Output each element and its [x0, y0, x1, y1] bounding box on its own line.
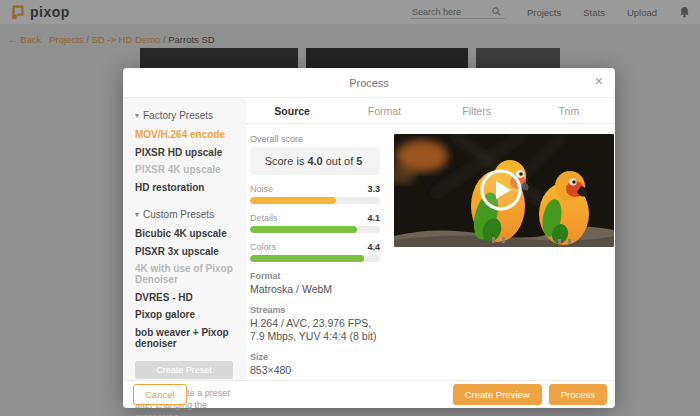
colors-progress-bar: [250, 255, 380, 262]
modal-title: Process: [349, 77, 389, 89]
modal-tabs: Source Format Filters Trim: [246, 98, 615, 124]
chevron-down-icon: ▾: [135, 210, 139, 219]
tab-trim[interactable]: Trim: [523, 98, 615, 123]
process-modal: Process × ▾ Factory Presets MOV/H.264 en…: [123, 68, 615, 408]
create-preview-button[interactable]: Create Preview: [453, 384, 542, 405]
streams-value: H.264 / AVC, 23.976 FPS, 7.9 Mbps, YUV 4…: [250, 317, 388, 344]
overall-score-value: Score is 4.0 out of 5: [250, 147, 380, 175]
cancel-button[interactable]: Cancel: [133, 384, 187, 405]
play-icon: [479, 168, 523, 212]
source-panel: Overall score Score is 4.0 out of 5 Nois…: [246, 124, 615, 380]
custom-presets-header[interactable]: ▾ Custom Presets: [135, 209, 246, 220]
presets-sidebar: ▾ Factory Presets MOV/H.264 encode PIXSR…: [123, 98, 246, 380]
tab-format[interactable]: Format: [338, 98, 430, 123]
close-icon[interactable]: ×: [595, 74, 603, 88]
streams-label: Streams: [250, 305, 380, 315]
size-value: 853×480: [250, 364, 388, 378]
modal-header: Process ×: [123, 68, 615, 98]
tab-filters[interactable]: Filters: [431, 98, 523, 123]
details-progress-bar: [250, 226, 380, 233]
preset-hd-restoration[interactable]: HD restoration: [135, 182, 246, 193]
preset-pixop-galore[interactable]: Pixop galore: [135, 309, 246, 320]
video-thumbnail[interactable]: [394, 134, 614, 247]
play-button[interactable]: [479, 168, 523, 212]
preset-pisxr-3x-upscale[interactable]: PISXR 3x upscale: [135, 246, 246, 257]
modal-footer: Cancel Create Preview Process: [123, 380, 615, 408]
format-label: Format: [250, 271, 380, 281]
create-preset-button[interactable]: Create Preset: [135, 361, 233, 379]
preset-pixsr-4k-upscale[interactable]: PIXSR 4K upscale: [135, 164, 246, 175]
preset-mov-h264-encode[interactable]: MOV/H.264 encode: [135, 129, 246, 140]
tab-source[interactable]: Source: [246, 98, 338, 123]
preset-bob-weaver-denoiser[interactable]: bob weaver + Pixop denoiser: [135, 327, 246, 349]
preset-4k-pixop-denoiser[interactable]: 4K with use of Pixop Denoiser: [135, 263, 246, 285]
noise-progress-bar: [250, 197, 380, 204]
metric-noise: Noise 3.3: [250, 184, 380, 204]
format-value: Matroska / WebM: [250, 283, 388, 297]
preset-pixsr-hd-upscale[interactable]: PIXSR HD upscale: [135, 147, 246, 158]
preset-dvres-hd[interactable]: DVRES - HD: [135, 292, 246, 303]
size-label: Size: [250, 352, 380, 362]
chevron-down-icon: ▾: [135, 111, 139, 120]
overall-score-label: Overall score: [250, 134, 380, 144]
metric-colors: Colors 4.4: [250, 242, 380, 262]
process-button[interactable]: Process: [549, 384, 607, 405]
metric-details: Details 4.1: [250, 213, 380, 233]
preset-bicubic-4k-upscale[interactable]: Bicubic 4K upscale: [135, 228, 246, 239]
factory-presets-header[interactable]: ▾ Factory Presets: [135, 110, 246, 121]
